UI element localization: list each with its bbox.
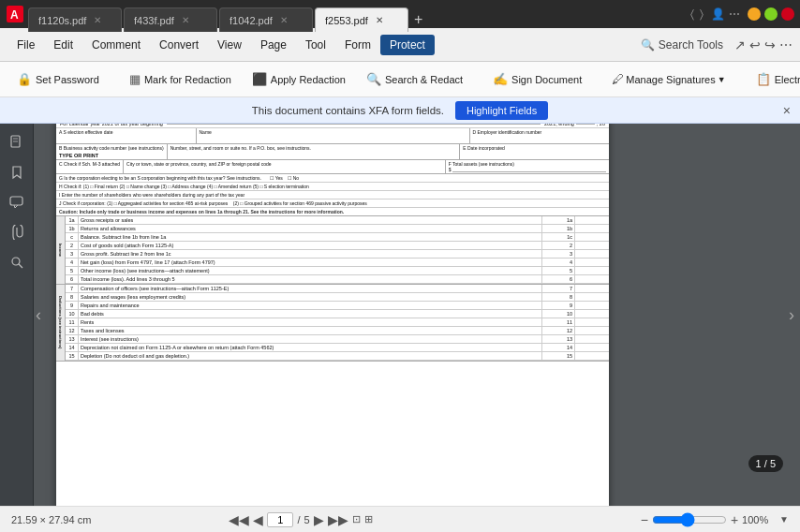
zoom-dropdown-button[interactable]: ▼ [779, 514, 789, 525]
tab-label: f2553.pdf [325, 15, 368, 26]
page-left-arrow[interactable]: ‹ [36, 305, 41, 325]
zoom-slider[interactable] [652, 512, 727, 527]
protect-toolbar: 🔒 Set Password ▦ Mark for Redaction ⬛ Ap… [0, 62, 800, 97]
menu-view[interactable]: View [208, 35, 251, 55]
tab-close[interactable]: ✕ [376, 15, 383, 25]
menu-convert[interactable]: Convert [150, 35, 208, 55]
total-pages: 5 [304, 514, 309, 525]
question-i: I Enter the number of shareholders who w… [56, 191, 609, 200]
window-profile[interactable]: 👤 [711, 7, 725, 21]
deduction-row: 14 Depreciation not claimed on Form 1125… [66, 344, 609, 352]
field-city: City or town, state or province, country… [124, 160, 446, 173]
sidebar-search-icon[interactable] [6, 251, 28, 273]
menu-bar: File Edit Comment Convert View Page Tool… [0, 28, 800, 62]
window-controls [748, 7, 794, 21]
tab-close[interactable]: ✕ [94, 15, 101, 25]
next-page-button[interactable]: ▶ [314, 512, 324, 527]
notification-message: This document contains XFA form fields. [252, 105, 444, 116]
new-tab-button[interactable]: + [410, 11, 426, 28]
pdf-viewer: Form Form 1120-S Department of the Treas… [34, 124, 800, 506]
field-d: D Employer identification number [470, 128, 610, 143]
deduction-row: 8 Salaries and wages (less employment cr… [66, 293, 609, 302]
sidebar-attachments-icon[interactable] [6, 221, 28, 244]
highlight-fields-button[interactable]: Highlight Fields [455, 101, 548, 120]
window-share[interactable]: ⋯ [729, 7, 740, 21]
tab-f1120s[interactable]: f1120s.pdf ✕ [28, 7, 122, 32]
deductions-section-label: Deductions (see instructions) [56, 285, 66, 361]
dropdown-arrow-icon: ▼ [718, 75, 726, 84]
tabs-area: f1120s.pdf ✕ f433f.pdf ✕ f1042.pdf ✕ f25… [28, 0, 689, 28]
electronic-label: Electro... [775, 74, 800, 85]
manage-signatures-label: Manage Signatures [626, 74, 715, 85]
menu-form[interactable]: Form [335, 35, 380, 55]
question-g: G Is the corporation electing to be an S… [56, 174, 609, 183]
menu-protect[interactable]: Protect [380, 35, 435, 55]
mark-for-redaction-button[interactable]: ▦ Mark for Redaction [120, 68, 241, 90]
lock-icon: 🔒 [17, 72, 32, 86]
tab-close[interactable]: ✕ [182, 15, 189, 25]
tab-f1042[interactable]: f1042.pdf ✕ [219, 7, 313, 32]
zoom-in-button[interactable]: + [731, 512, 738, 527]
field-f: F Total assets (see instructions) $ [446, 160, 609, 173]
title-bar: A f1120s.pdf ✕ f433f.pdf ✕ f1042.pdf ✕ f… [0, 0, 800, 28]
search-tools-button[interactable]: 🔍 Search Tools [633, 35, 731, 55]
field-c: C Check if Sch. M-3 attached [56, 160, 124, 173]
tab-scroll-right[interactable]: 〉 [698, 7, 705, 21]
field-e: E Date incorporated [460, 144, 609, 159]
field-name: Name [197, 128, 470, 143]
sidebar-bookmarks-icon[interactable] [6, 161, 28, 184]
electronic-button[interactable]: 📋 Electro... [747, 68, 800, 90]
question-j1: J Check if corporation: (1) □ Aggregated… [56, 200, 609, 208]
menu-right: 🔍 Search Tools ↗ ↩ ↪ ⋯ [633, 35, 793, 55]
deduction-row: 9 Repairs and maintenance 9 [66, 302, 609, 310]
income-row: 2 Cost of goods sold (attach Form 1125-A… [66, 242, 609, 250]
fit-page-button[interactable]: ⊡ [352, 513, 361, 525]
fit-width-button[interactable]: ⊞ [364, 513, 373, 525]
field-a: A S election effective date [56, 128, 197, 143]
maximize-button[interactable] [764, 7, 778, 21]
minimize-button[interactable] [748, 7, 761, 21]
tab-f433f[interactable]: f433f.pdf ✕ [124, 7, 217, 32]
tab-close[interactable]: ✕ [280, 15, 288, 25]
search-icon: 🔍 [641, 38, 655, 52]
menu-page[interactable]: Page [251, 35, 296, 55]
sidebar-comments-icon[interactable] [6, 191, 28, 214]
redaction-apply-icon: ⬛ [252, 72, 267, 86]
dimensions-label: 21.59 × 27.94 cm [11, 514, 91, 525]
year-ending: 2021, ending [544, 124, 574, 126]
deduction-row: 13 Interest (see instructions) 13 [66, 335, 609, 344]
menu-tool[interactable]: Tool [296, 35, 335, 55]
menu-edit[interactable]: Edit [44, 35, 82, 55]
prev-page-button[interactable]: ◀ [253, 512, 263, 527]
close-button[interactable] [781, 7, 794, 21]
last-page-button[interactable]: ▶▶ [328, 512, 348, 527]
manage-signatures-button[interactable]: 🖊 Manage Signatures ▼ [602, 68, 734, 90]
set-password-button[interactable]: 🔒 Set Password [7, 68, 109, 90]
sign-document-button[interactable]: ✍ Sign Document [483, 68, 591, 90]
search-redact-label: Search & Redact [385, 74, 463, 85]
search-redact-button[interactable]: 🔍 Search & Redact [357, 68, 472, 90]
undo-icon[interactable]: ↩ [749, 37, 761, 52]
menu-comment[interactable]: Comment [82, 35, 150, 55]
caution-text: Caution: Include only trade or business … [56, 208, 609, 216]
current-page-input[interactable] [267, 512, 293, 527]
page-right-arrow[interactable]: › [789, 305, 794, 325]
first-page-button[interactable]: ◀◀ [229, 512, 249, 527]
set-password-label: Set Password [36, 74, 99, 85]
share-icon[interactable]: ↗ [734, 37, 746, 52]
sidebar-pages-icon[interactable] [6, 131, 28, 154]
page-navigation: ◀◀ ◀ / 5 ▶ ▶▶ ⊡ ⊞ [229, 512, 372, 527]
type-print-label: TYPE OR PRINT [59, 153, 164, 158]
search-tools-label: Search Tools [659, 38, 723, 52]
tab-scroll-left[interactable]: 〈 [689, 7, 696, 21]
mark-redaction-label: Mark for Redaction [144, 74, 231, 85]
zoom-out-button[interactable]: − [641, 512, 648, 527]
sign-document-label: Sign Document [511, 74, 582, 85]
more-icon[interactable]: ⋯ [779, 37, 793, 52]
redo-icon[interactable]: ↪ [764, 37, 776, 52]
menu-file[interactable]: File [7, 35, 44, 55]
main-area: ‹ Form Form 1120-S Department of the Tre… [0, 124, 800, 506]
apply-redaction-button[interactable]: ⬛ Apply Redaction [243, 68, 355, 90]
notification-close[interactable]: × [783, 103, 791, 118]
tab-f2553[interactable]: f2553.pdf ✕ [315, 7, 408, 32]
